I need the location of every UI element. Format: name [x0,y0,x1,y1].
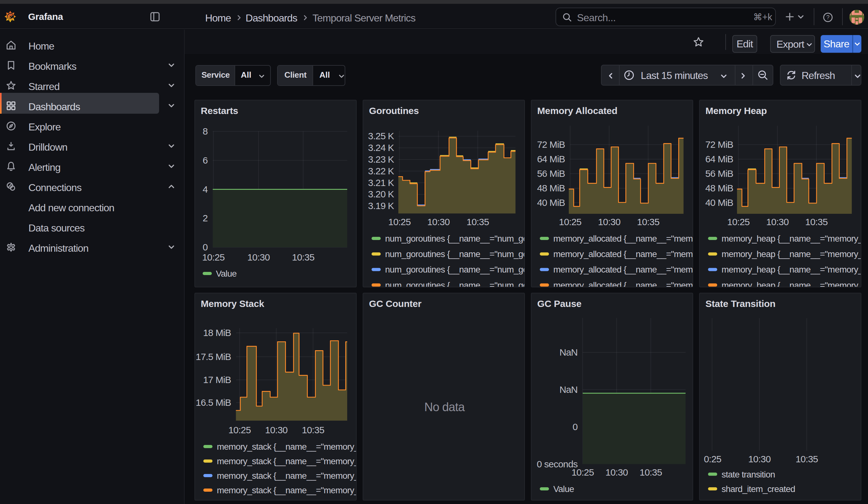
svg-text:memory_allocated {__name__="me: memory_allocated {__name__="memory_alloc… [553,249,693,259]
svg-text:10:30: 10:30 [427,217,450,227]
svg-text:10:25: 10:25 [202,252,225,263]
svg-text:10:35: 10:35 [805,217,828,227]
svg-text:num_goroutines {__name__="num_: num_goroutines {__name__="num_goroutines [385,249,525,259]
svg-text:num_goroutines {__name__="num_: num_goroutines {__name__="num_goroutines [385,265,525,275]
svg-text:2: 2 [203,213,208,223]
svg-text:memory_allocated {__name__="me: memory_allocated {__name__="memory_alloc… [553,265,693,275]
svg-text:state transition: state transition [722,470,775,480]
svg-text:4: 4 [203,184,208,195]
svg-text:10:25: 10:25 [571,467,594,477]
svg-text:3.20 K: 3.20 K [368,189,394,199]
svg-text:10:25: 10:25 [228,425,251,435]
svg-text:10:35: 10:35 [466,217,489,227]
svg-text:num_goroutines {__name__="num_: num_goroutines {__name__="num_goroutines [385,280,525,287]
svg-text:10:30: 10:30 [606,467,628,477]
svg-text:10:25: 10:25 [388,217,411,227]
svg-text:No data: No data [424,400,465,414]
svg-text:10:35: 10:35 [292,252,314,263]
svg-text:16.5 MiB: 16.5 MiB [196,397,231,408]
svg-text:NaN: NaN [559,384,578,395]
svg-text:40 MiB: 40 MiB [537,197,565,208]
svg-text:0: 0 [203,242,208,252]
svg-text:10:30: 10:30 [247,252,270,263]
svg-text:memory_heap {__name__="memory_: memory_heap {__name__="memory_heap [722,234,861,244]
svg-text:56 MiB: 56 MiB [705,168,733,179]
svg-text:64 MiB: 64 MiB [537,154,565,164]
svg-text:Value: Value [553,484,574,494]
svg-text:3.25 K: 3.25 K [368,131,394,141]
svg-text:10:35: 10:35 [637,217,659,227]
svg-text:?: ? [826,14,829,21]
svg-text:shard_item_created: shard_item_created [722,484,795,494]
svg-text:10:35: 10:35 [302,425,324,435]
svg-text:40 MiB: 40 MiB [705,197,733,208]
svg-text:10:30: 10:30 [766,217,788,227]
svg-text:56 MiB: 56 MiB [537,168,565,179]
svg-text:0:25: 0:25 [704,454,721,464]
svg-text:48 MiB: 48 MiB [537,183,565,193]
svg-text:10:30: 10:30 [748,454,771,464]
svg-text:memory_allocated {__name__="me: memory_allocated {__name__="memory_alloc… [553,280,693,287]
svg-text:3.24 K: 3.24 K [368,142,394,153]
svg-text:3.21 K: 3.21 K [368,177,394,188]
svg-text:6: 6 [203,155,208,165]
svg-text:10:25: 10:25 [559,217,581,227]
svg-text:num_goroutines {__name__="num_: num_goroutines {__name__="num_goroutines [385,234,525,244]
svg-text:10:30: 10:30 [265,425,288,435]
svg-text:memory_allocated {__name__="me: memory_allocated {__name__="memory_alloc… [553,234,693,244]
svg-text:3.22 K: 3.22 K [368,166,394,176]
svg-text:72 MiB: 72 MiB [705,139,733,150]
svg-text:Value: Value [216,269,237,278]
svg-text:memory_heap {__name__="memory_: memory_heap {__name__="memory_heap [722,280,861,287]
svg-text:64 MiB: 64 MiB [705,154,733,164]
svg-text:72 MiB: 72 MiB [537,139,565,150]
svg-text:10:25: 10:25 [727,217,750,227]
svg-text:3.23 K: 3.23 K [368,154,394,165]
svg-text:17.5 MiB: 17.5 MiB [196,351,231,362]
svg-text:18 MiB: 18 MiB [203,328,231,338]
svg-text:3.19 K: 3.19 K [368,200,394,211]
svg-text:8: 8 [203,126,208,136]
svg-text:memory_heap {__name__="memory_: memory_heap {__name__="memory_heap [722,265,861,275]
svg-text:memory_heap {__name__="memory_: memory_heap {__name__="memory_heap [722,249,861,259]
svg-text:48 MiB: 48 MiB [705,183,733,193]
svg-text:memory_stack {__name__="memory: memory_stack {__name__="memory_stack [217,456,356,466]
svg-text:10:35: 10:35 [640,467,662,477]
svg-text:17 MiB: 17 MiB [203,374,231,385]
svg-text:memory_stack {__name__="memory: memory_stack {__name__="memory_stack [217,442,356,452]
svg-text:10:30: 10:30 [598,217,620,227]
svg-text:memory_stack {__name__="memory: memory_stack {__name__="memory_stack [217,485,356,495]
svg-text:NaN: NaN [559,347,578,358]
svg-text:10:35: 10:35 [795,454,818,464]
svg-text:0: 0 [572,422,578,432]
svg-text:memory_stack {__name__="memory: memory_stack {__name__="memory_stack [217,471,356,481]
